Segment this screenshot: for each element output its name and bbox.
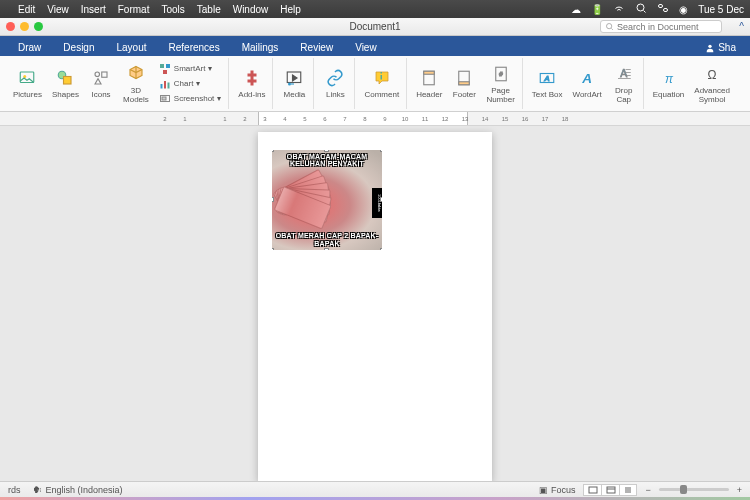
wifi-icon[interactable] [613,2,625,16]
dropcap-button[interactable]: ADrop Cap [609,62,639,106]
search-icon[interactable] [635,2,647,16]
menu-help[interactable]: Help [280,4,301,15]
share-button[interactable]: Sha [699,39,742,56]
equation-icon: π [659,68,679,88]
svg-rect-11 [160,64,164,68]
close-window-button[interactable] [6,22,15,31]
menu-edit[interactable]: Edit [18,4,35,15]
zoom-slider-thumb[interactable] [680,485,687,494]
svg-rect-8 [64,77,72,85]
focus-label: Focus [551,485,576,495]
footer-button[interactable]: Footer [449,66,479,101]
svg-text:A: A [581,71,592,86]
svg-rect-12 [166,64,170,68]
tab-layout[interactable]: Layout [106,39,156,56]
textbox-button[interactable]: AText Box [529,66,566,101]
resize-handle-sw[interactable] [272,248,274,250]
links-label: Links [326,90,345,99]
ruler-tick: 2 [155,116,175,122]
links-button[interactable]: Links [320,66,350,101]
control-center-icon[interactable] [657,2,669,16]
svg-text:A: A [544,74,550,83]
svg-rect-15 [164,81,166,89]
svg-rect-2 [664,9,668,12]
chevron-down-icon: ▾ [208,64,212,73]
tab-view[interactable]: View [345,39,387,56]
word-count[interactable]: rds [8,485,21,495]
shapes-icon [55,68,75,88]
ruler-tick: 8 [355,116,375,122]
svg-rect-14 [160,84,162,89]
3d-models-button[interactable]: 3D Models [120,62,152,106]
focus-icon: ▣ [539,485,548,495]
menu-insert[interactable]: Insert [81,4,106,15]
dropcap-icon: A [614,64,634,84]
icons-button[interactable]: Icons [86,66,116,101]
print-layout-view-button[interactable] [583,484,601,496]
menu-window[interactable]: Window [233,4,269,15]
ruler-tick: 1 [175,116,195,122]
language-status[interactable]: 🗣English (Indonesia) [33,485,123,495]
header-button[interactable]: Header [413,66,445,101]
web-layout-view-button[interactable] [601,484,619,496]
inserted-image[interactable]: 1001fakta OBAT MACAM-MACAM KELUHAN PENYA… [272,150,382,250]
menu-tools[interactable]: Tools [161,4,184,15]
zoom-out-button[interactable]: − [645,485,650,495]
menu-table[interactable]: Table [197,4,221,15]
maximize-window-button[interactable] [34,22,43,31]
chevron-down-icon: ▾ [196,79,200,88]
document-canvas[interactable]: 1001fakta OBAT MACAM-MACAM KELUHAN PENYA… [0,126,750,481]
media-label: Media [284,90,306,99]
comment-button[interactable]: Comment [361,66,402,101]
screenshot-button[interactable]: Screenshot▾ [156,92,224,106]
page-number-icon: # [491,64,511,84]
tab-design[interactable]: Design [53,39,104,56]
addins-button[interactable]: Add-ins [235,66,268,101]
horizontal-ruler[interactable]: 2 1 1 2 3 4 5 6 7 8 9 10 11 12 13 14 15 … [0,112,750,126]
wordart-icon: A [577,68,597,88]
minimize-window-button[interactable] [20,22,29,31]
tab-draw[interactable]: Draw [8,39,51,56]
tab-mailings[interactable]: Mailings [232,39,289,56]
resize-handle-s[interactable] [324,248,329,250]
menu-format[interactable]: Format [118,4,150,15]
page-number-label: Page Number [486,86,514,104]
media-button[interactable]: Media [279,66,309,101]
smartart-button[interactable]: SmartArt▾ [156,62,224,76]
pictures-button[interactable]: Pictures [10,66,45,101]
tab-review[interactable]: Review [290,39,343,56]
zoom-in-button[interactable]: + [737,485,742,495]
outline-view-button[interactable] [619,484,637,496]
equation-button[interactable]: πEquation [650,66,688,101]
zoom-slider[interactable] [659,488,729,491]
ruler-tick: 17 [535,116,555,122]
focus-mode-button[interactable]: ▣ Focus [539,485,575,495]
battery-icon[interactable]: 🔋 [591,4,603,15]
cloud-icon[interactable]: ☁ [571,4,581,15]
ruler-tick: 6 [315,116,335,122]
smartart-icon [159,63,171,75]
chart-button[interactable]: Chart▾ [156,77,224,91]
ribbon-collapse-icon[interactable]: ^ [739,21,744,32]
document-page[interactable]: 1001fakta OBAT MACAM-MACAM KELUHAN PENYA… [258,132,492,481]
search-input[interactable] [617,22,717,32]
svg-rect-34 [607,487,615,493]
page-number-button[interactable]: #Page Number [483,62,517,106]
shapes-button[interactable]: Shapes [49,66,82,101]
siri-icon[interactable]: ◉ [679,4,688,15]
search-box[interactable] [600,20,722,33]
textbox-icon: A [537,68,557,88]
wordart-button[interactable]: AWordArt [570,66,605,101]
resize-handle-ne[interactable] [380,150,382,152]
tab-references[interactable]: References [159,39,230,56]
menubar-date[interactable]: Tue 5 Dec [698,4,744,15]
resize-handle-w[interactable] [272,197,274,202]
resize-handle-e[interactable] [380,197,382,202]
resize-handle-nw[interactable] [272,150,274,152]
advanced-symbol-button[interactable]: ΩAdvanced Symbol [691,62,733,106]
comment-label: Comment [364,90,399,99]
svg-text:π: π [664,72,673,86]
resize-handle-se[interactable] [380,248,382,250]
resize-handle-n[interactable] [324,150,329,152]
menu-view[interactable]: View [47,4,69,15]
